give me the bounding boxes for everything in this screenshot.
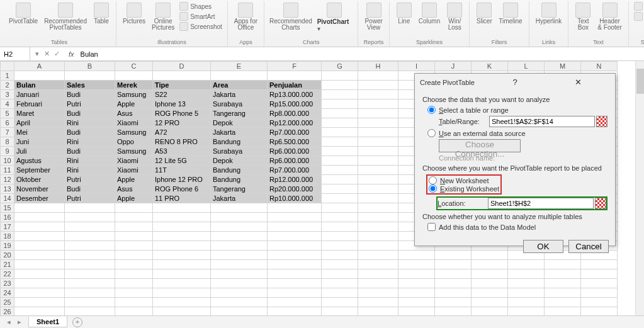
cell[interactable]: Asus	[115, 184, 153, 194]
cell[interactable]: Samsung	[115, 128, 153, 137]
cell[interactable]: Februari	[14, 99, 65, 109]
cell[interactable]: Desember	[14, 194, 65, 203]
cell[interactable]	[435, 279, 472, 288]
row-header-1[interactable]: 1	[1, 71, 14, 81]
cell[interactable]	[545, 298, 581, 307]
enter-icon[interactable]: ✓	[54, 50, 60, 58]
row-header-13[interactable]: 13	[1, 184, 14, 194]
ribbon-screenshot[interactable]: Screenshot	[178, 21, 224, 31]
cell[interactable]	[358, 260, 398, 269]
row-header-5[interactable]: 5	[1, 109, 14, 118]
cell[interactable]	[153, 269, 211, 279]
cell[interactable]	[358, 222, 398, 232]
cell[interactable]: Putri	[65, 99, 115, 109]
cell[interactable]: Rini	[65, 137, 115, 147]
ribbon-text-box[interactable]: Text Box	[572, 1, 594, 32]
external-source-radio-input[interactable]	[427, 129, 436, 137]
cell[interactable]	[153, 71, 211, 81]
cell[interactable]: Bandung	[211, 137, 268, 147]
row-header-25[interactable]: 25	[1, 298, 14, 307]
ribbon-slicer[interactable]: Slicer	[473, 1, 495, 26]
cell[interactable]: Rp6.000.000	[268, 156, 322, 166]
col-header-E[interactable]: E	[211, 62, 268, 71]
cell[interactable]	[268, 298, 322, 307]
cell[interactable]: Jakarta	[211, 128, 268, 137]
vertical-scrollbar[interactable]	[635, 61, 644, 315]
cell[interactable]: Putri	[65, 194, 115, 203]
cell[interactable]	[322, 241, 358, 251]
row-header-16[interactable]: 16	[1, 213, 14, 222]
col-header-D[interactable]: D	[153, 62, 211, 71]
row-header-24[interactable]: 24	[1, 288, 14, 298]
ribbon-column[interactable]: Column	[415, 1, 443, 26]
row-header-26[interactable]: 26	[1, 307, 14, 316]
cell[interactable]	[153, 213, 211, 222]
cell[interactable]	[581, 279, 618, 288]
cell[interactable]: Apple	[115, 194, 153, 203]
cell[interactable]	[268, 241, 322, 251]
ribbon-timeline[interactable]: Timeline	[495, 1, 525, 26]
cell[interactable]: Rp20.000.000	[268, 184, 322, 194]
cell[interactable]: Budi	[65, 128, 115, 137]
ribbon-equation[interactable]: Equation	[632, 1, 644, 11]
cell[interactable]	[14, 222, 65, 232]
cell[interactable]	[322, 184, 358, 194]
cell[interactable]	[14, 307, 65, 316]
row-header-8[interactable]: 8	[1, 137, 14, 147]
ribbon-apps-for-office[interactable]: Apps for Office	[231, 1, 261, 32]
ribbon-header-footer[interactable]: Header & Footer	[594, 1, 624, 32]
cell[interactable]	[581, 288, 618, 298]
cell[interactable]: RENO 8 PRO	[153, 137, 211, 147]
cell[interactable]: Budi	[65, 109, 115, 118]
cell[interactable]	[358, 99, 398, 109]
cell[interactable]	[322, 137, 358, 147]
cell[interactable]	[322, 118, 358, 128]
row-header-7[interactable]: 7	[1, 128, 14, 137]
cell[interactable]: Surabaya	[211, 147, 268, 156]
cell[interactable]: Rp7.000.000	[268, 166, 322, 175]
cell[interactable]	[322, 166, 358, 175]
row-header-15[interactable]: 15	[1, 203, 14, 213]
table-range-input[interactable]	[489, 116, 595, 127]
cell[interactable]	[358, 184, 398, 194]
cell[interactable]	[65, 232, 115, 241]
cell[interactable]: Agustus	[14, 156, 65, 166]
cell[interactable]	[322, 279, 358, 288]
cell[interactable]: Iphone 13	[153, 99, 211, 109]
cell[interactable]	[581, 307, 618, 316]
cell[interactable]: A53	[153, 147, 211, 156]
col-header-H[interactable]: H	[358, 62, 398, 71]
cell[interactable]: September	[14, 166, 65, 175]
cell[interactable]	[211, 203, 268, 213]
cell[interactable]: Juli	[14, 147, 65, 156]
cell[interactable]	[508, 279, 545, 288]
dropdown-icon[interactable]: ▾	[35, 50, 39, 58]
row-header-3[interactable]: 3	[1, 90, 14, 99]
cell[interactable]: Samsung	[115, 90, 153, 99]
cell[interactable]	[435, 307, 472, 316]
cell[interactable]	[322, 99, 358, 109]
row-header-10[interactable]: 10	[1, 156, 14, 166]
cell[interactable]: Xiaomi	[115, 166, 153, 175]
col-header-B[interactable]: B	[65, 62, 115, 71]
cell[interactable]	[65, 203, 115, 213]
cell[interactable]: Budi	[65, 90, 115, 99]
cell[interactable]	[322, 175, 358, 184]
cell[interactable]: Asus	[115, 109, 153, 118]
cell[interactable]	[472, 260, 508, 269]
row-header-14[interactable]: 14	[1, 194, 14, 203]
cell[interactable]	[211, 241, 268, 251]
cell[interactable]	[268, 71, 322, 81]
cell[interactable]	[153, 232, 211, 241]
cell[interactable]	[322, 203, 358, 213]
cell[interactable]: Merek	[115, 81, 153, 90]
cell[interactable]	[153, 222, 211, 232]
cell[interactable]	[358, 109, 398, 118]
cell[interactable]: Tangerang	[211, 109, 268, 118]
cell[interactable]	[268, 251, 322, 260]
cell[interactable]: Budi	[65, 184, 115, 194]
cell[interactable]	[268, 260, 322, 269]
cell[interactable]	[398, 307, 435, 316]
cell[interactable]	[545, 260, 581, 269]
cell[interactable]	[508, 288, 545, 298]
